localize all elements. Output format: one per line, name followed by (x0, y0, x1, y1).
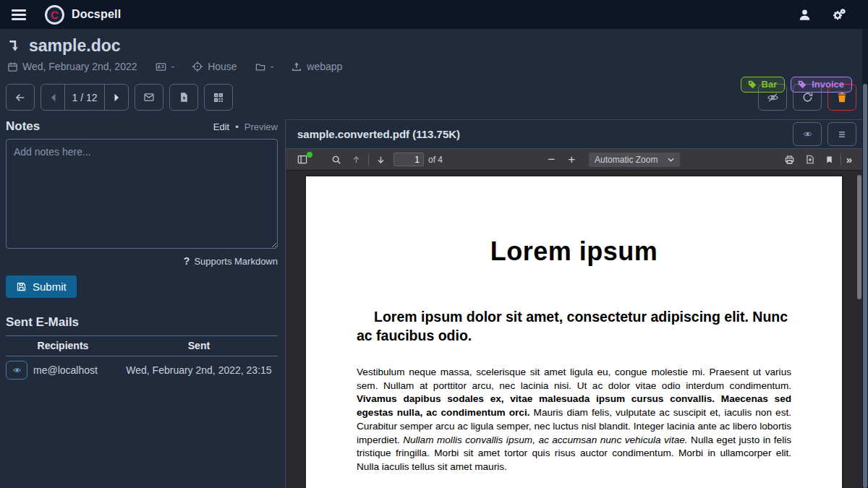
pdf-document-paragraph: Vestibulum neque massa, scelerisque sit … (357, 366, 791, 474)
zoom-select[interactable]: Automatic Zoom (589, 153, 680, 167)
window-scrollbar[interactable] (862, 29, 868, 488)
item-source[interactable]: webapp (291, 61, 342, 72)
item-correspondent[interactable]: - (155, 61, 175, 72)
back-button[interactable] (6, 84, 35, 111)
trash-icon (836, 91, 848, 103)
tag-bar[interactable]: Bar (741, 77, 786, 93)
floppy-icon (16, 281, 27, 292)
next-page-button[interactable] (105, 85, 128, 110)
pdf-viewer[interactable]: Lorem ipsum Lorem ipsum dolor sit amet, … (286, 171, 862, 488)
refresh-icon (801, 91, 814, 103)
chevron-right-icon (114, 93, 120, 102)
item-date[interactable]: Wed, February 2nd, 2022 (7, 61, 137, 72)
item-concerning[interactable]: House (192, 61, 237, 72)
send-mail-button[interactable] (135, 84, 163, 111)
table-row: me@localhost Wed, February 2nd, 2022, 23… (6, 356, 278, 385)
settings-cogs-icon[interactable] (832, 8, 846, 22)
app-title[interactable]: Docspell (72, 8, 121, 21)
tag-list: Bar Invoice (741, 77, 852, 93)
qrcode-icon (213, 92, 224, 103)
previous-pdf-page-button[interactable] (346, 155, 366, 165)
tag-invoice[interactable]: Invoice (791, 77, 852, 93)
item-toolbar: 1 / 12 (0, 84, 862, 111)
attachment-indicator-dot (307, 152, 312, 158)
file-arrow-up-icon (179, 91, 190, 103)
zoom-in-button[interactable]: + (561, 153, 582, 167)
arrow-left-icon (14, 92, 27, 103)
calendar-icon (7, 61, 18, 72)
attachment-filename: sample.converted.pdf (113.75K) (297, 128, 460, 140)
pdf-page: Lorem ipsum Lorem ipsum dolor sit amet, … (306, 176, 842, 488)
docspell-logo-icon[interactable]: C (45, 5, 64, 25)
next-pdf-page-button[interactable] (371, 155, 391, 165)
bookmark-button[interactable] (820, 155, 838, 165)
menu-icon[interactable] (12, 9, 26, 20)
navbar: C Docspell (0, 0, 868, 29)
pdf-document-title: Lorem ipsum (306, 236, 842, 267)
pdf-scrollbar[interactable] (856, 171, 862, 488)
view-mail-button[interactable] (6, 361, 27, 380)
user-icon[interactable] (798, 8, 812, 22)
upload-icon (291, 61, 302, 72)
qrcode-button[interactable] (204, 84, 233, 111)
tag-icon (747, 80, 757, 90)
notes-edit-tab[interactable]: Edit (213, 121, 229, 132)
mail-recipients: me@localhost (33, 364, 98, 376)
eye-icon (12, 366, 22, 374)
attachment-pager: 1 / 12 (41, 84, 129, 111)
eye-slash-icon (766, 92, 780, 103)
window-scrollbar-thumb[interactable] (863, 84, 867, 488)
download-button[interactable] (800, 154, 820, 165)
notes-heading: Notes (6, 119, 40, 134)
notes-input[interactable] (6, 139, 278, 249)
question-icon: ? (184, 255, 190, 267)
pdf-page-count: of 4 (428, 155, 443, 165)
tab-separator: • (235, 121, 239, 132)
markdown-hint[interactable]: ? Supports Markdown (6, 255, 278, 267)
chevron-left-icon (50, 93, 56, 102)
crosshairs-icon (192, 61, 203, 72)
item-title: sample.doc (29, 36, 121, 56)
tag-icon (797, 80, 807, 90)
pdf-document-subtitle: Lorem ipsum dolor sit amet, consectetur … (357, 307, 791, 345)
col-recipients: Recipients (6, 336, 120, 356)
arrow-turn-down-icon (7, 38, 22, 54)
prev-page-button[interactable] (41, 85, 64, 110)
mail-sent-date: Wed, February 2nd, 2022, 23:15 (120, 356, 278, 385)
col-sent: Sent (120, 336, 278, 356)
pdf-scrollbar-thumb[interactable] (857, 175, 861, 299)
notes-panel: Notes Edit • Preview ? Supports Markdown… (0, 119, 285, 488)
address-card-icon (155, 61, 167, 72)
sent-emails-table: Recipients Sent me@localhost (6, 335, 278, 384)
add-file-button[interactable] (169, 84, 198, 111)
search-icon[interactable] (326, 155, 346, 165)
submit-button[interactable]: Submit (6, 275, 77, 298)
attachment-menu-button[interactable] (827, 122, 856, 146)
folder-icon (255, 61, 266, 72)
pdf-page-input[interactable] (393, 153, 424, 166)
pdfjs-toolbar: of 4 − + Automatic Zoom (286, 149, 862, 171)
bars-icon (837, 130, 847, 139)
item-folder[interactable]: - (255, 61, 274, 72)
page-indicator: 1 / 12 (64, 85, 105, 110)
attachment-view-button[interactable] (793, 122, 822, 146)
sent-emails-heading: Sent E-Mails (6, 315, 278, 330)
chevron-down-icon (668, 158, 674, 162)
eye-icon (801, 129, 814, 139)
item-header: sample.doc Wed, February 2nd, 2022 - Hou… (0, 29, 862, 72)
notes-preview-tab[interactable]: Preview (244, 121, 278, 132)
zoom-out-button[interactable]: − (541, 153, 561, 167)
attachment-panel: sample.converted.pdf (113.75K) (285, 119, 862, 488)
sidebar-toggle-button[interactable] (292, 154, 313, 165)
print-button[interactable] (779, 155, 800, 165)
envelope-icon (142, 92, 156, 103)
more-tools-button[interactable]: » (843, 153, 856, 166)
